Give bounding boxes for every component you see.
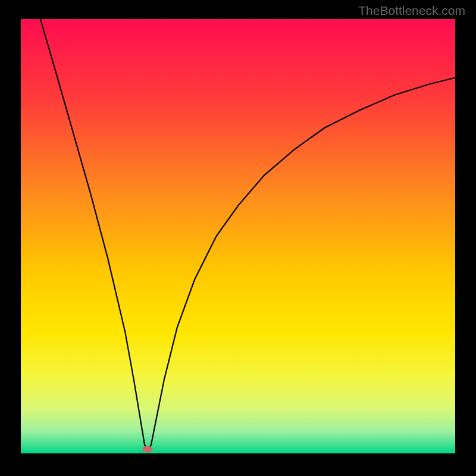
watermark-text: TheBottleneck.com xyxy=(358,4,465,18)
plot-area xyxy=(21,19,455,453)
minimum-marker xyxy=(143,446,153,452)
chart-frame xyxy=(21,19,455,453)
bottleneck-curve xyxy=(21,19,455,453)
